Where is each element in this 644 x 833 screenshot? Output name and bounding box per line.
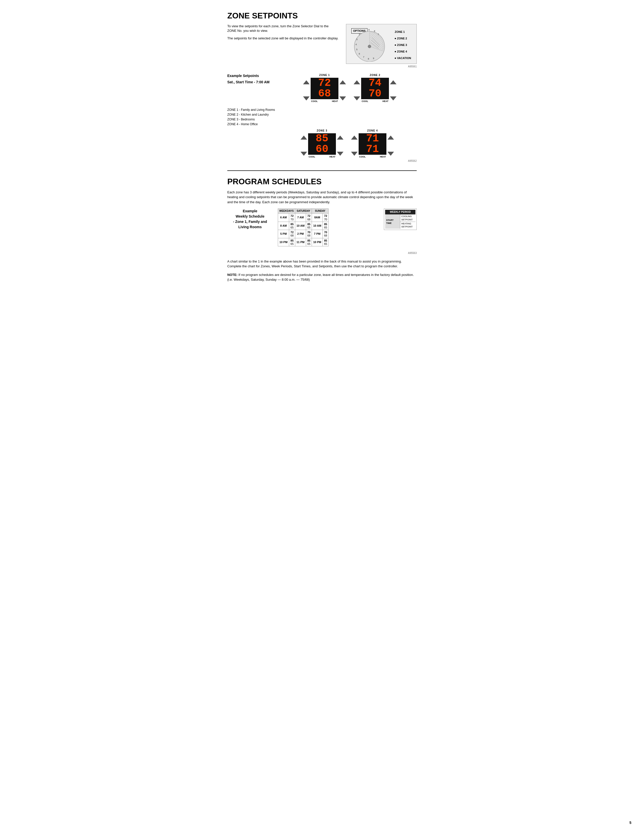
sun-val-4: 8565 <box>323 238 328 246</box>
svg-text:8: 8 <box>374 30 375 32</box>
zone-3-cool-down[interactable] <box>301 152 307 156</box>
program-schedules-section: PROGRAM SCHEDULES Each zone has 3 differ… <box>227 176 417 282</box>
zone-2-screen: 74 70 <box>361 78 389 99</box>
schedule-table: WEEKDAYS SATURDAY SUNDAY 6 AM 7270 7 AM <box>278 209 328 246</box>
zone-desc-4: ZONE 4 - Home Office <box>227 122 417 127</box>
asset-id-2: A95562 <box>227 159 417 163</box>
zone-3-heat-up[interactable] <box>337 135 343 140</box>
zone-3-heat-down[interactable] <box>337 152 343 156</box>
wd-val-4: 8565 <box>289 238 295 246</box>
sun-time-4: 10 PM <box>312 238 323 246</box>
zone-2-cool-down[interactable] <box>354 96 360 100</box>
program-body: Each zone has 3 different weekly periods… <box>227 190 417 205</box>
zone-3-cool-up[interactable] <box>301 135 307 140</box>
zone-4-heat-val: 71 <box>366 144 379 154</box>
weekly-period-box: WEEKLY PERIOD START TIME COOLING SETPOIN… <box>384 209 417 230</box>
zone-4-dot <box>395 51 396 52</box>
zone-4-text: ZONE 4 <box>397 50 407 53</box>
sun-val-2: 8565 <box>323 222 328 230</box>
vacation-text: VACATION <box>397 56 411 60</box>
sun-time-1: 8AM <box>312 214 323 222</box>
zone-2-heat-down[interactable] <box>390 96 396 100</box>
zone-4-right-arrows <box>387 135 394 156</box>
zone-3-header: ZONE 3 <box>317 129 327 132</box>
svg-text:4: 4 <box>355 43 357 46</box>
zone-4-cool-down[interactable] <box>351 152 357 156</box>
zone-2-thermo-unit: 74 70 COOL HEAT <box>354 78 396 103</box>
zone-1-heat-down[interactable] <box>340 96 346 100</box>
heating-setpoint-label: HEATING SETPOINT <box>400 222 415 229</box>
sat-val-2: 8565 <box>306 222 312 230</box>
svg-text:7: 7 <box>363 56 364 58</box>
page-title-1: ZONE SETPOINTS <box>227 10 417 21</box>
zone-1-heat-up[interactable] <box>340 80 346 84</box>
zone-1-cool-up[interactable] <box>303 80 310 84</box>
zone-1-screen: 72 68 <box>311 78 338 99</box>
program-example-label: Example Weekly Schedule - Zone 1, Family… <box>227 209 273 230</box>
zone-2-thermostat: ZONE 2 74 70 COOL HEAT <box>354 74 396 103</box>
asset-id-3: A95563 <box>227 251 417 255</box>
zone-2-label: ZONE 2 <box>395 37 411 40</box>
wd-val-1: 7270 <box>289 214 295 222</box>
program-note-2: NOTE: If no program schedules are desire… <box>227 272 417 282</box>
zone-3-heat-val: 60 <box>316 144 328 154</box>
zone-4-header: ZONE 4 <box>367 129 378 132</box>
sun-val-3: 7068 <box>323 230 328 238</box>
zone-3-thermostat: ZONE 3 85 60 COOL HEAT <box>301 129 343 159</box>
svg-text:5: 5 <box>356 48 357 51</box>
schedule-row-4: 10 PM 8565 11 PM 8565 10 PM 8565 <box>278 238 328 246</box>
zone-desc-2: ZONE 2 - Kitchen and Laundry <box>227 113 417 117</box>
example-sub2: - Zone 1, Family and <box>233 220 267 224</box>
start-time-row: START TIME COOLING SETPOINT HEATING SETP… <box>385 214 415 228</box>
zone-3-heat-label: HEAT <box>329 155 335 159</box>
zone-4-cool-up[interactable] <box>351 135 357 140</box>
zone-para-1: To view the setpoints for each zone, tur… <box>227 24 338 33</box>
zone-1-right-arrows <box>340 80 346 100</box>
wd-time-4: 10 PM <box>278 238 289 246</box>
zone-2-heat-label: HEAT <box>382 100 388 103</box>
zone-2-heat-val: 70 <box>369 88 382 99</box>
zone-2-header: ZONE 2 <box>370 74 380 77</box>
vacation-dot <box>395 58 396 59</box>
zone-dial-svg: 9 8 7 1 2 3 4 5 6 7 8 9 <box>349 26 390 61</box>
zone-row-2: ZONE 3 85 60 COOL HEAT <box>278 129 417 159</box>
zone-1-thermostat: ZONE 1 72 68 COOL HEAT <box>303 74 346 103</box>
svg-text:9: 9 <box>373 57 374 60</box>
zone-2-ch-labels: COOL HEAT <box>361 100 389 103</box>
zone-4-heat-up[interactable] <box>387 135 394 140</box>
zone-2-heat-up[interactable] <box>390 80 396 84</box>
vacation-label: VACATION <box>395 56 411 60</box>
zone-4-thermostat: ZONE 4 71 71 COOL HEAT <box>351 129 394 159</box>
zone-3-text: ZONE 3 <box>397 43 407 47</box>
zone-4-label: ZONE 4 <box>395 50 411 53</box>
zone-4-heat-label: HEAT <box>380 155 386 159</box>
zone-setpoints-description: To view the setpoints for each zone, tur… <box>227 24 338 68</box>
zone-desc-3: ZONE 3 - Bedrooms <box>227 117 417 122</box>
zone-2-cool-up[interactable] <box>354 80 360 84</box>
zone-1-frame: 72 68 COOL HEAT <box>311 78 338 103</box>
zone-dial-container: OPTIONS <box>346 24 417 68</box>
schedule-row-3: 5 PM 7268 2 PM 7068 7 PM 7068 <box>278 230 328 238</box>
section-divider <box>227 170 417 171</box>
program-example-row: Example Weekly Schedule - Zone 1, Family… <box>227 209 417 246</box>
example-label-2: Sat., Start Time - 7:00 AM <box>227 80 278 85</box>
example-setpoints-text: Example Setpoints Sat., Start Time - 7:0… <box>227 74 278 86</box>
zone-descriptions: ZONE 1 - Family and Living Rooms ZONE 2 … <box>227 108 417 126</box>
saturday-header: SATURDAY <box>295 209 312 214</box>
zone-4-heat-down[interactable] <box>387 152 394 156</box>
zone-4-frame: 71 71 COOL HEAT <box>359 133 386 159</box>
thermostats-section: Example Setpoints Sat., Start Time - 7:0… <box>227 74 417 106</box>
zone-3-left-arrows <box>301 135 307 156</box>
example-sub3: Living Rooms <box>238 225 262 229</box>
zone-1-label: ZONE 1 <box>395 30 411 34</box>
zone-4-left-arrows <box>351 135 357 156</box>
asset-id-1: A95561 <box>346 65 417 68</box>
svg-text:2: 2 <box>359 33 360 35</box>
zone-para-2: The setpoints for the selected zone will… <box>227 36 338 41</box>
zone-1-cool-down[interactable] <box>303 96 310 100</box>
zone-1-heat-label: HEAT <box>332 100 338 103</box>
zone-2-text: ZONE 2 <box>397 37 407 40</box>
start-time-label: START TIME <box>385 215 400 228</box>
zone-2-right-arrows <box>390 80 396 100</box>
svg-text:9: 9 <box>368 29 369 31</box>
